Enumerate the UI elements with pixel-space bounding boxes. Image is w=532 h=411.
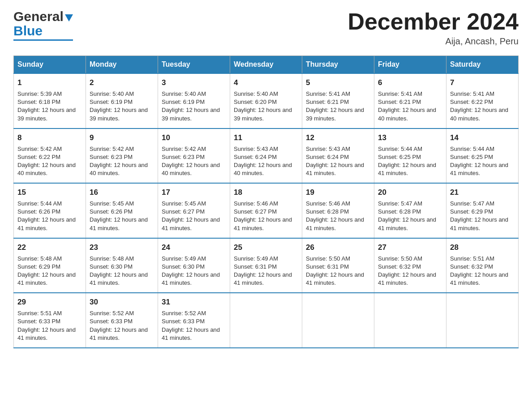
sunset-label: Sunset: 6:32 PM [378,263,421,270]
calendar-cell [374,293,446,348]
calendar-cell: 8Sunrise: 5:42 AMSunset: 6:22 PMDaylight… [14,128,86,184]
sunset-label: Sunset: 6:31 PM [306,263,349,270]
col-header-monday: Monday [86,56,158,74]
daylight-label: Daylight: 12 hours and 41 minutes. [306,162,364,176]
calendar-cell: 22Sunrise: 5:48 AMSunset: 6:29 PMDayligh… [14,238,86,293]
day-number: 2 [90,77,154,88]
sunset-label: Sunset: 6:33 PM [90,318,133,325]
calendar-cell: 29Sunrise: 5:51 AMSunset: 6:33 PMDayligh… [14,293,86,348]
calendar-cell: 25Sunrise: 5:49 AMSunset: 6:31 PMDayligh… [230,238,302,293]
sunrise-label: Sunrise: 5:42 AM [17,146,62,152]
day-number: 16 [90,187,154,198]
day-number: 19 [306,187,370,198]
sunset-label: Sunset: 6:26 PM [90,208,133,215]
day-number: 10 [162,133,226,143]
daylight-label: Daylight: 12 hours and 41 minutes. [90,271,148,286]
daylight-label: Daylight: 12 hours and 40 minutes. [378,107,436,121]
daylight-label: Daylight: 12 hours and 39 minutes. [17,107,76,121]
sunrise-label: Sunrise: 5:40 AM [162,90,206,97]
daylight-label: Daylight: 12 hours and 41 minutes. [378,162,436,176]
location-subtitle: Aija, Ancash, Peru [348,36,519,47]
sunrise-label: Sunrise: 5:49 AM [234,255,278,262]
sunset-label: Sunset: 6:28 PM [306,208,349,215]
daylight-label: Daylight: 12 hours and 39 minutes. [306,107,364,121]
day-number: 9 [90,133,154,143]
sunset-label: Sunset: 6:24 PM [234,154,277,160]
day-number: 29 [17,297,82,308]
sunset-label: Sunset: 6:27 PM [234,208,277,215]
daylight-label: Daylight: 12 hours and 39 minutes. [162,107,220,121]
calendar-table: SundayMondayTuesdayWednesdayThursdayFrid… [13,56,519,348]
calendar-week-row: 15Sunrise: 5:44 AMSunset: 6:26 PMDayligh… [14,183,519,238]
calendar-cell: 23Sunrise: 5:48 AMSunset: 6:30 PMDayligh… [86,238,158,293]
calendar-cell: 20Sunrise: 5:47 AMSunset: 6:28 PMDayligh… [374,183,446,238]
calendar-cell: 18Sunrise: 5:46 AMSunset: 6:27 PMDayligh… [230,183,302,238]
sunset-label: Sunset: 6:26 PM [17,208,60,215]
logo-general: General [13,9,64,24]
daylight-label: Daylight: 12 hours and 41 minutes. [17,326,76,341]
day-number: 22 [17,242,82,253]
daylight-label: Daylight: 12 hours and 41 minutes. [17,216,76,231]
calendar-cell: 2Sunrise: 5:40 AMSunset: 6:19 PMDaylight… [86,73,158,128]
sunrise-label: Sunrise: 5:43 AM [306,146,350,152]
logo-triangle-icon [65,14,73,21]
sunrise-label: Sunrise: 5:48 AM [90,255,134,262]
calendar-cell: 26Sunrise: 5:50 AMSunset: 6:31 PMDayligh… [302,238,374,293]
daylight-label: Daylight: 12 hours and 41 minutes. [162,216,220,231]
sunrise-label: Sunrise: 5:48 AM [17,255,62,262]
daylight-label: Daylight: 12 hours and 40 minutes. [162,162,220,176]
day-number: 15 [17,187,82,198]
sunrise-label: Sunrise: 5:45 AM [90,200,134,207]
calendar-cell: 7Sunrise: 5:41 AMSunset: 6:22 PMDaylight… [446,73,519,128]
day-number: 25 [234,242,298,253]
daylight-label: Daylight: 12 hours and 41 minutes. [450,216,508,231]
sunrise-label: Sunrise: 5:39 AM [17,90,62,97]
daylight-label: Daylight: 12 hours and 41 minutes. [450,271,508,286]
calendar-header-row: SundayMondayTuesdayWednesdayThursdayFrid… [14,56,519,74]
sunset-label: Sunset: 6:27 PM [162,208,205,215]
calendar-cell: 21Sunrise: 5:47 AMSunset: 6:29 PMDayligh… [446,183,519,238]
calendar-cell: 1Sunrise: 5:39 AMSunset: 6:18 PMDaylight… [14,73,86,128]
daylight-label: Daylight: 12 hours and 41 minutes. [90,326,148,341]
sunset-label: Sunset: 6:30 PM [90,263,133,270]
day-number: 14 [450,133,515,143]
sunset-label: Sunset: 6:33 PM [162,318,205,325]
day-number: 7 [450,77,515,88]
sunset-label: Sunset: 6:30 PM [162,263,205,270]
calendar-cell: 4Sunrise: 5:40 AMSunset: 6:20 PMDaylight… [230,73,302,128]
day-number: 30 [90,297,154,308]
day-number: 4 [234,77,298,88]
sunset-label: Sunset: 6:23 PM [162,154,205,160]
daylight-label: Daylight: 12 hours and 41 minutes. [90,216,148,231]
calendar-cell: 13Sunrise: 5:44 AMSunset: 6:25 PMDayligh… [374,128,446,184]
calendar-cell: 10Sunrise: 5:42 AMSunset: 6:23 PMDayligh… [158,128,230,184]
sunrise-label: Sunrise: 5:52 AM [90,310,134,317]
sunset-label: Sunset: 6:28 PM [378,208,421,215]
daylight-label: Daylight: 12 hours and 41 minutes. [306,216,364,231]
day-number: 11 [234,133,298,143]
sunset-label: Sunset: 6:19 PM [90,98,133,105]
sunrise-label: Sunrise: 5:43 AM [234,146,278,152]
sunrise-label: Sunrise: 5:50 AM [306,255,350,262]
sunset-label: Sunset: 6:23 PM [90,154,133,160]
calendar-cell [446,293,519,348]
day-number: 17 [162,187,226,198]
calendar-cell [302,293,374,348]
day-number: 20 [378,187,442,198]
sunset-label: Sunset: 6:29 PM [450,208,493,215]
logo: General Blue [13,9,73,41]
day-number: 12 [306,133,370,143]
daylight-label: Daylight: 12 hours and 41 minutes. [450,162,508,176]
sunrise-label: Sunrise: 5:42 AM [90,146,134,152]
sunrise-label: Sunrise: 5:41 AM [450,90,494,97]
calendar-week-row: 29Sunrise: 5:51 AMSunset: 6:33 PMDayligh… [14,293,519,348]
daylight-label: Daylight: 12 hours and 41 minutes. [378,216,436,231]
calendar-cell: 30Sunrise: 5:52 AMSunset: 6:33 PMDayligh… [86,293,158,348]
sunrise-label: Sunrise: 5:51 AM [17,310,62,317]
calendar-cell [230,293,302,348]
sunrise-label: Sunrise: 5:44 AM [17,200,62,207]
sunrise-label: Sunrise: 5:40 AM [234,90,278,97]
sunrise-label: Sunrise: 5:47 AM [378,200,422,207]
daylight-label: Daylight: 12 hours and 40 minutes. [450,107,508,121]
calendar-cell: 5Sunrise: 5:41 AMSunset: 6:21 PMDaylight… [302,73,374,128]
